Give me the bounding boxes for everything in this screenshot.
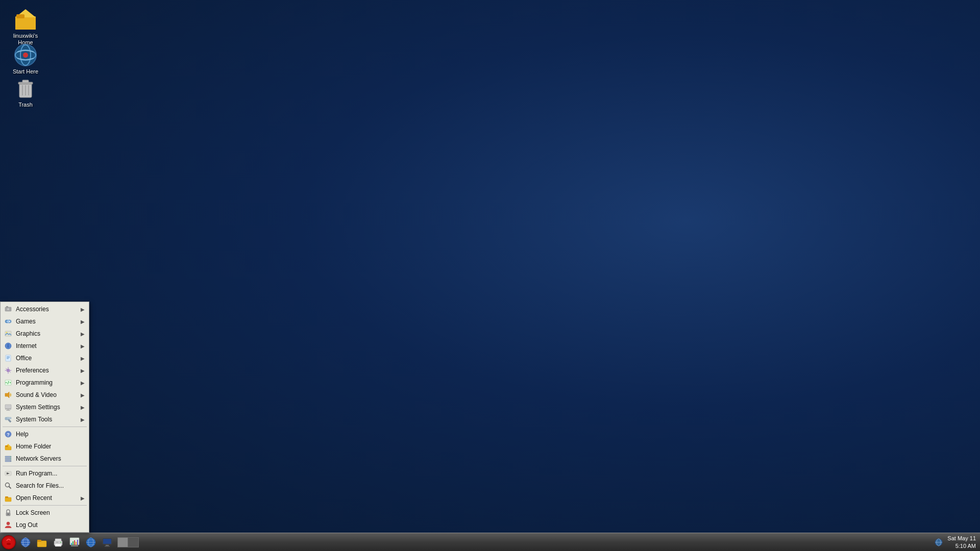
separator-1: [3, 427, 87, 427]
workspace-2[interactable]: [128, 538, 138, 547]
help-icon: ?: [4, 430, 13, 439]
svg-rect-73: [55, 544, 61, 546]
menu-item-help[interactable]: ? Help: [1, 428, 89, 440]
svg-rect-45: [5, 446, 11, 450]
internet-arrow: ▶: [81, 343, 85, 349]
svg-rect-47: [5, 445, 8, 447]
systray-network-icon[interactable]: [932, 538, 945, 547]
games-icon: [4, 317, 13, 326]
menu-item-run-program[interactable]: Run Program...: [1, 467, 89, 480]
svg-rect-79: [74, 540, 75, 545]
svg-rect-42: [7, 417, 11, 419]
workspace-1[interactable]: [118, 538, 128, 547]
svg-point-62: [8, 514, 9, 515]
taskbar-clock[interactable]: Sat May 11 5:10 AM: [947, 535, 980, 549]
svg-point-52: [10, 459, 11, 460]
menu-item-log-out[interactable]: Log Out: [1, 519, 89, 531]
desktop-icon-trash[interactable]: Trash: [5, 74, 46, 110]
programming-icon: [4, 378, 13, 387]
taskbar-btn-files[interactable]: [34, 535, 50, 549]
separator-3: [3, 505, 87, 506]
log-out-icon: [4, 520, 13, 530]
system-settings-label: System Settings: [16, 404, 60, 411]
svg-rect-59: [5, 496, 8, 498]
svg-rect-77: [71, 543, 72, 545]
svg-rect-4: [16, 14, 24, 18]
preferences-arrow: ▶: [81, 368, 85, 373]
menu-item-open-recent[interactable]: Open Recent ▶: [1, 492, 89, 504]
taskbar-btn-chart[interactable]: [67, 535, 82, 549]
lock-screen-label: Lock Screen: [16, 509, 50, 516]
search-files-icon: [4, 481, 13, 490]
menu-item-programming[interactable]: Programming ▶: [1, 377, 89, 389]
taskbar-btn-printer[interactable]: [51, 535, 66, 549]
system-tools-label: System Tools: [16, 416, 52, 423]
graphics-icon: [4, 329, 13, 338]
system-settings-icon: [4, 403, 13, 412]
svg-rect-17: [6, 306, 8, 308]
programming-label: Programming: [16, 379, 53, 386]
taskbar-btn-browser[interactable]: [18, 535, 33, 549]
taskbar-btn-display[interactable]: [100, 535, 115, 549]
svg-rect-74: [56, 542, 58, 543]
svg-rect-87: [103, 539, 111, 544]
svg-point-53: [10, 461, 11, 462]
svg-rect-70: [37, 540, 41, 542]
svg-rect-78: [72, 541, 74, 545]
desktop-icon-start-here[interactable]: Start Here: [5, 41, 46, 77]
home-folder-icon: [13, 7, 38, 32]
run-program-icon: [4, 469, 13, 478]
menu-item-games[interactable]: Games ▶: [1, 315, 89, 328]
menu-item-lock-screen[interactable]: Lock Screen: [1, 507, 89, 519]
svg-text:?: ?: [7, 432, 10, 437]
svg-rect-72: [55, 539, 61, 541]
graphics-label: Graphics: [16, 330, 40, 337]
svg-rect-80: [76, 542, 77, 545]
systray-area: [930, 538, 947, 547]
application-menu: Accessories ▶ Games ▶ Graphics ▶ Interne…: [0, 302, 89, 533]
redhat-menu-button[interactable]: [2, 535, 16, 549]
menu-item-office[interactable]: Office ▶: [1, 352, 89, 364]
menu-item-home-folder[interactable]: Home Folder: [1, 440, 89, 453]
log-out-label: Log Out: [16, 521, 38, 529]
svg-point-22: [9, 320, 10, 321]
menu-item-network-servers[interactable]: Network Servers: [1, 453, 89, 465]
workspace-switcher: [117, 537, 139, 547]
svg-line-57: [9, 487, 11, 489]
search-files-label: Search for Files...: [16, 482, 64, 489]
svg-rect-40: [6, 410, 10, 411]
office-arrow: ▶: [81, 356, 85, 361]
clock-date: Sat May 11: [947, 535, 976, 542]
taskbar-btn-network[interactable]: [83, 535, 99, 549]
menu-item-sound-video[interactable]: Sound & Video ▶: [1, 389, 89, 401]
preferences-icon: [4, 366, 13, 375]
menu-item-graphics[interactable]: Graphics ▶: [1, 328, 89, 340]
taskbar: Sat May 11 5:10 AM: [0, 533, 980, 551]
svg-marker-36: [5, 392, 9, 398]
sound-video-label: Sound & Video: [16, 391, 57, 398]
svg-rect-12: [22, 80, 29, 83]
trash-icon: [13, 76, 38, 101]
menu-item-system-settings[interactable]: System Settings ▶: [1, 401, 89, 413]
open-recent-label: Open Recent: [16, 494, 52, 502]
internet-icon: [4, 341, 13, 350]
menu-item-internet[interactable]: Internet ▶: [1, 340, 89, 352]
svg-rect-38: [5, 409, 11, 410]
open-recent-icon: [4, 493, 13, 503]
menu-item-search-files[interactable]: Search for Files...: [1, 480, 89, 492]
accessories-arrow: ▶: [81, 307, 85, 312]
menu-item-system-tools[interactable]: System Tools ▶: [1, 413, 89, 425]
svg-point-63: [7, 522, 10, 525]
svg-point-51: [10, 457, 11, 458]
internet-label: Internet: [16, 342, 37, 349]
home-folder-menu-icon: [4, 442, 13, 451]
svg-point-65: [7, 543, 11, 545]
network-servers-icon: [4, 454, 13, 463]
network-servers-label: Network Servers: [16, 455, 61, 462]
menu-item-preferences[interactable]: Preferences ▶: [1, 364, 89, 377]
programming-arrow: ▶: [81, 380, 85, 386]
sound-video-icon: [4, 390, 13, 399]
svg-rect-58: [5, 497, 11, 502]
menu-item-accessories[interactable]: Accessories ▶: [1, 303, 89, 315]
games-label: Games: [16, 318, 36, 325]
